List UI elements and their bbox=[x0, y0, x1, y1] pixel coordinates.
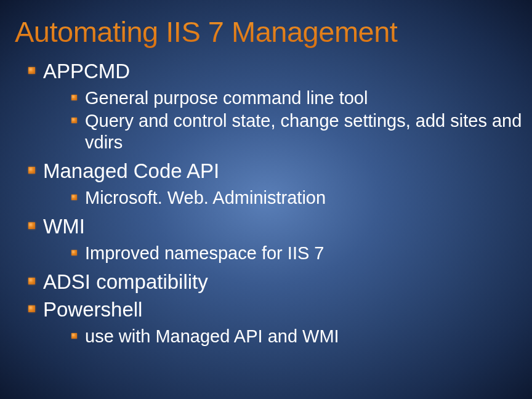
bullet-list-level2: Microsoft. Web. Administration bbox=[43, 187, 532, 209]
list-item: ADSI compatibility bbox=[18, 269, 532, 294]
list-item: WMI Improved namespace for IIS 7 bbox=[18, 214, 532, 264]
list-item: Microsoft. Web. Administration bbox=[65, 187, 532, 209]
list-item-label: General purpose command line tool bbox=[85, 88, 368, 108]
list-item-label: Microsoft. Web. Administration bbox=[85, 188, 326, 208]
slide-content: APPCMD General purpose command line tool… bbox=[0, 49, 532, 347]
list-item: APPCMD General purpose command line tool… bbox=[18, 58, 532, 153]
list-item-label: APPCMD bbox=[43, 60, 130, 83]
list-item-label: WMI bbox=[43, 215, 85, 238]
list-item-label: Query and control state, change settings… bbox=[85, 111, 522, 152]
bullet-list-level1: APPCMD General purpose command line tool… bbox=[0, 58, 532, 347]
list-item: Query and control state, change settings… bbox=[65, 110, 532, 153]
list-item: General purpose command line tool bbox=[65, 87, 532, 109]
bullet-list-level2: General purpose command line tool Query … bbox=[43, 87, 532, 153]
slide-title: Automating IIS 7 Management bbox=[0, 0, 532, 49]
list-item-label: Powershell bbox=[43, 298, 142, 321]
list-item: use with Managed API and WMI bbox=[65, 326, 532, 347]
list-item: Improved namespace for IIS 7 bbox=[65, 243, 532, 264]
list-item: Powershell use with Managed API and WMI bbox=[18, 297, 532, 347]
list-item-label: use with Managed API and WMI bbox=[85, 326, 339, 346]
list-item-label: Managed Code API bbox=[43, 159, 219, 182]
list-item-label: ADSI compatibility bbox=[43, 270, 208, 293]
list-item: Managed Code API Microsoft. Web. Adminis… bbox=[18, 158, 532, 209]
bullet-list-level2: Improved namespace for IIS 7 bbox=[43, 243, 532, 264]
list-item-label: Improved namespace for IIS 7 bbox=[85, 243, 324, 263]
bullet-list-level2: use with Managed API and WMI bbox=[43, 326, 532, 347]
